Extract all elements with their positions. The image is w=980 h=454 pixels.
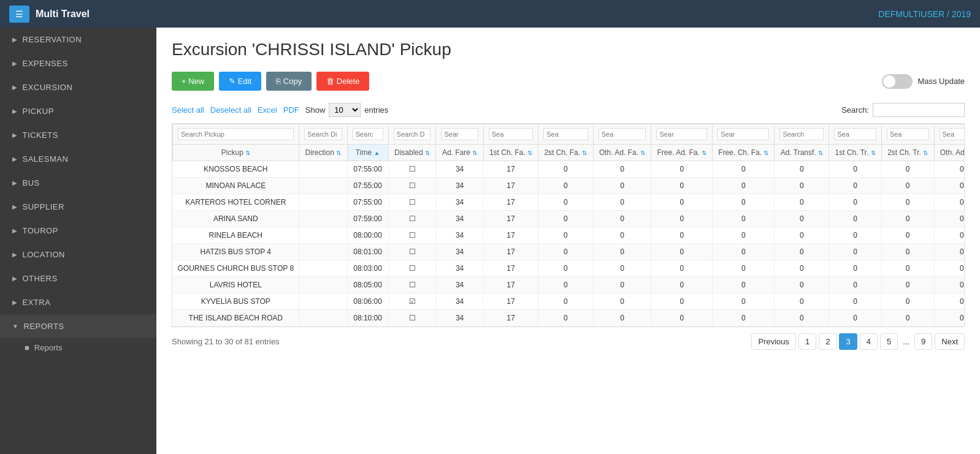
- sidebar-item-expenses[interactable]: ▶ EXPENSES: [0, 51, 156, 75]
- sidebar-item-tourop[interactable]: ▶ TOUROP: [0, 219, 156, 243]
- col-othfa[interactable]: Oth. Ad. Fa. ⇅: [593, 145, 651, 161]
- table-row[interactable]: ARINA SAND 07:59:00 ☐ 34 17 0 0 0 0 0 0 …: [173, 211, 965, 227]
- page-9-button[interactable]: 9: [914, 333, 932, 350]
- sidebar-item-extra[interactable]: ▶ EXTRA: [0, 290, 156, 314]
- delete-button[interactable]: 🗑 Delete: [316, 72, 369, 91]
- show-select[interactable]: 10 25 50 100: [329, 103, 361, 117]
- page-1-button[interactable]: 1: [798, 333, 816, 350]
- col-ch2fa[interactable]: 2st Ch. Fa. ⇅: [538, 145, 594, 161]
- col-ch1tr[interactable]: 1st Ch. Tr. ⇅: [829, 145, 882, 161]
- sidebar-item-reports[interactable]: ▼ REPORTS: [0, 314, 156, 338]
- cell-ch2: 0: [538, 277, 594, 293]
- col-othadtr[interactable]: Oth. Ad. Tr. ⇅: [934, 145, 965, 161]
- cell-ch1: 17: [483, 227, 538, 244]
- filter-adtr: [775, 124, 829, 145]
- filter-adtr-input[interactable]: [779, 128, 824, 140]
- table-row[interactable]: KNOSSOS BEACH 07:55:00 ☐ 34 17 0 0 0 0 0…: [173, 161, 965, 178]
- next-button[interactable]: Next: [935, 333, 965, 350]
- sidebar-item-pickup[interactable]: ▶ PICKUP: [0, 99, 156, 123]
- col-direction[interactable]: Direction ⇅: [299, 145, 348, 161]
- pdf-link[interactable]: PDF: [283, 105, 299, 115]
- col-ch1fa[interactable]: 1st Ch. Fa. ⇅: [483, 145, 538, 161]
- filter-ch1fa-input[interactable]: [489, 128, 534, 140]
- page-4-button[interactable]: 4: [860, 333, 878, 350]
- sidebar-item-bus[interactable]: ▶ BUS: [0, 171, 156, 195]
- cell-othtr: 0: [934, 178, 965, 194]
- sort-icon: ⇅: [582, 149, 587, 156]
- previous-button[interactable]: Previous: [751, 333, 796, 350]
- cell-freead: 0: [651, 244, 713, 260]
- table-row[interactable]: KYVELIA BUS STOP 08:06:00 ☑ 34 17 0 0 0 …: [173, 293, 965, 310]
- col-time[interactable]: Time ▲: [347, 145, 388, 161]
- col-pickup[interactable]: Pickup ⇅: [173, 145, 299, 161]
- excel-link[interactable]: Excel: [258, 105, 277, 115]
- deselect-all-link[interactable]: Deselect all: [210, 105, 251, 115]
- sidebar-item-location[interactable]: ▶ LOCATION: [0, 243, 156, 267]
- sidebar-sub-reports[interactable]: ■ Reports: [0, 338, 156, 357]
- sidebar-item-others[interactable]: ▶ OTHERS: [0, 267, 156, 290]
- col-adtr[interactable]: Ad. Transf. ⇅: [775, 145, 829, 161]
- sidebar-item-reservation[interactable]: ▶ RESERVATION: [0, 28, 156, 51]
- cell-freech: 0: [713, 194, 775, 211]
- cell-adfare: 34: [436, 194, 483, 211]
- table-row[interactable]: RINELA BEACH 08:00:00 ☐ 34 17 0 0 0 0 0 …: [173, 227, 965, 244]
- col-freechfa[interactable]: Free. Ch. Fa. ⇅: [713, 145, 775, 161]
- new-button[interactable]: + New: [172, 72, 214, 91]
- filter-othfa-input[interactable]: [599, 128, 646, 140]
- table-row[interactable]: GOURNES CHURCH BUS STOP 8 08:03:00 ☐ 34 …: [173, 260, 965, 277]
- app-brand: Multi Travel: [36, 9, 90, 20]
- cell-time: 08:05:00: [347, 277, 388, 293]
- sidebar-item-salesman[interactable]: ▶ SALESMAN: [0, 147, 156, 171]
- edit-button[interactable]: ✎ Edit: [219, 72, 261, 91]
- filter-ch1tr-input[interactable]: [834, 128, 876, 140]
- cell-ch2tr: 0: [881, 310, 934, 327]
- filter-ch2tr-input[interactable]: [887, 128, 929, 140]
- sidebar-label: RESERVATION: [23, 35, 82, 44]
- col-freeadfa[interactable]: Free. Ad. Fa. ⇅: [651, 145, 713, 161]
- sidebar-item-tickets[interactable]: ▶ TICKETS: [0, 123, 156, 147]
- table-row[interactable]: MINOAN PALACE 07:55:00 ☐ 34 17 0 0 0 0 0…: [173, 178, 965, 194]
- sidebar-label: SUPPLIER: [23, 202, 64, 211]
- filter-ch2fa-input[interactable]: [543, 128, 588, 140]
- cell-oth: 0: [593, 227, 651, 244]
- page-2-button[interactable]: 2: [819, 333, 836, 350]
- filter-time-input[interactable]: [353, 128, 383, 140]
- mass-update-toggle: Mass Update: [882, 74, 965, 89]
- filter-pickup-input[interactable]: [178, 128, 294, 140]
- filter-othadtr-input[interactable]: [940, 128, 965, 140]
- table-row[interactable]: THE ISLAND BEACH ROAD 08:10:00 ☐ 34 17 0…: [173, 310, 965, 327]
- table-row[interactable]: KARTEROS HOTEL CORNER 07:55:00 ☐ 34 17 0…: [173, 194, 965, 211]
- cell-disabled: ☐: [388, 277, 436, 293]
- filter-direction-input[interactable]: [304, 128, 342, 140]
- cell-freech: 0: [713, 293, 775, 310]
- cell-ch2: 0: [538, 293, 594, 310]
- sidebar-item-supplier[interactable]: ▶ SUPPLIER: [0, 195, 156, 219]
- select-all-link[interactable]: Select all: [172, 105, 204, 115]
- filter-adfare-input[interactable]: [441, 128, 478, 140]
- col-disabled[interactable]: Disabled ⇅: [388, 145, 436, 161]
- data-table: Pickup ⇅ Direction ⇅ Time ▲ Disabled ⇅ A…: [172, 124, 965, 327]
- table-row[interactable]: LAVRIS HOTEL 08:05:00 ☐ 34 17 0 0 0 0 0 …: [173, 277, 965, 293]
- page-3-button[interactable]: 3: [839, 333, 857, 350]
- cell-direction: [299, 277, 348, 293]
- arrow-icon: ▶: [12, 203, 18, 210]
- filter-freeadfa-input[interactable]: [656, 128, 707, 140]
- sidebar-item-excursion[interactable]: ▶ EXCURSION: [0, 75, 156, 99]
- cell-time: 08:01:00: [347, 244, 388, 260]
- col-adfare[interactable]: Ad. Fare ⇅: [436, 145, 483, 161]
- table-row[interactable]: HATZIS BUS STOP 4 08:01:00 ☐ 34 17 0 0 0…: [173, 244, 965, 260]
- cell-adtr: 0: [775, 244, 829, 260]
- cell-disabled: ☐: [388, 244, 436, 260]
- col-ch2tr[interactable]: 2st Ch. Tr. ⇅: [881, 145, 934, 161]
- cell-othtr: 0: [934, 194, 965, 211]
- cell-ch1tr: 0: [829, 178, 882, 194]
- mass-update-switch[interactable]: [882, 74, 913, 89]
- cell-ch1tr: 0: [829, 310, 882, 327]
- filter-disabled-input[interactable]: [394, 128, 431, 140]
- search-input[interactable]: [873, 103, 965, 117]
- copy-button[interactable]: ⎘ Copy: [266, 72, 312, 91]
- filter-freechfa-input[interactable]: [718, 128, 769, 140]
- page-5-button[interactable]: 5: [880, 333, 898, 350]
- sidebar-label: SALESMAN: [23, 154, 69, 164]
- menu-button[interactable]: ☰: [9, 6, 29, 23]
